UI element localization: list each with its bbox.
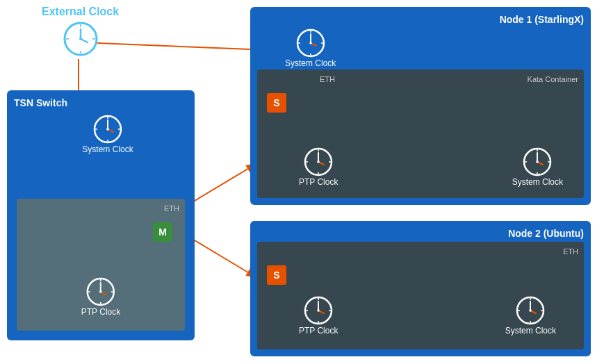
node2-eth-label: ETH [263, 247, 578, 256]
tsn-switch-box: TSN Switch System Clock ETH M [7, 90, 195, 340]
svg-point-35 [309, 42, 312, 44]
external-clock-title: External Clock [42, 6, 119, 18]
node2-ptp-clock-icon [303, 295, 334, 326]
node1-system-clock-icon [295, 28, 326, 58]
node2-system-clock-icon [515, 295, 546, 326]
tsn-ptp-clock-icon [85, 276, 116, 307]
node1-kata-system-clock-icon [522, 147, 553, 177]
node1-system-clock: System Clock [285, 28, 336, 68]
node2-system-clock-label: System Clock [505, 326, 556, 336]
svg-point-67 [530, 309, 532, 312]
node2-eth-box: ETH S PTP Clock [257, 242, 584, 349]
svg-point-19 [106, 128, 109, 131]
svg-point-27 [99, 290, 102, 293]
node1-ptp-clock-icon [303, 147, 334, 177]
tsn-switch-title: TSN Switch [14, 97, 188, 108]
tsn-system-clock-label: System Clock [82, 144, 133, 154]
svg-point-11 [79, 38, 82, 40]
node2-ptp-clock-label: PTP Clock [299, 326, 338, 336]
node1-system-clock-label: System Clock [285, 58, 336, 68]
diagram-container: External Clock TSN Switch [0, 0, 604, 364]
node1-slave-badge: S [267, 93, 286, 113]
tsn-ptp-clock: PTP Clock [81, 276, 120, 317]
node1-box: Node 1 (StarlingX) System Clock Kata Con… [250, 7, 591, 205]
node1-ptp-clock-label: PTP Clock [299, 177, 338, 187]
node2-system-clock: System Clock [505, 295, 556, 336]
external-clock: External Clock [42, 6, 119, 57]
tsn-system-clock: System Clock [28, 114, 188, 154]
node2-box: Node 2 (Ubuntu) ETH S PTP Clock [250, 221, 591, 356]
node1-ptp-clock: PTP Clock [299, 147, 338, 187]
node2-slave-badge: S [267, 265, 286, 285]
tsn-master-badge: M [153, 222, 172, 242]
kata-eth-label: ETH [320, 75, 335, 83]
tsn-eth-box: ETH M PTP Clock [17, 199, 185, 331]
svg-point-59 [317, 309, 320, 312]
kata-container-box: Kata Container ETH S PTP Clock [257, 69, 584, 198]
svg-point-51 [537, 160, 539, 163]
node1-title: Node 1 (StarlingX) [257, 14, 584, 25]
tsn-eth-label: ETH [22, 204, 179, 213]
external-clock-icon [63, 21, 99, 57]
tsn-ptp-clock-label: PTP Clock [81, 307, 120, 317]
node2-title: Node 2 (Ubuntu) [257, 228, 584, 239]
node1-kata-system-clock: System Clock [512, 147, 563, 187]
tsn-system-clock-icon [92, 114, 123, 144]
node1-kata-system-clock-label: System Clock [512, 177, 563, 187]
node2-ptp-clock: PTP Clock [299, 295, 338, 336]
kata-container-title: Kata Container [263, 75, 578, 83]
svg-point-43 [317, 160, 320, 163]
